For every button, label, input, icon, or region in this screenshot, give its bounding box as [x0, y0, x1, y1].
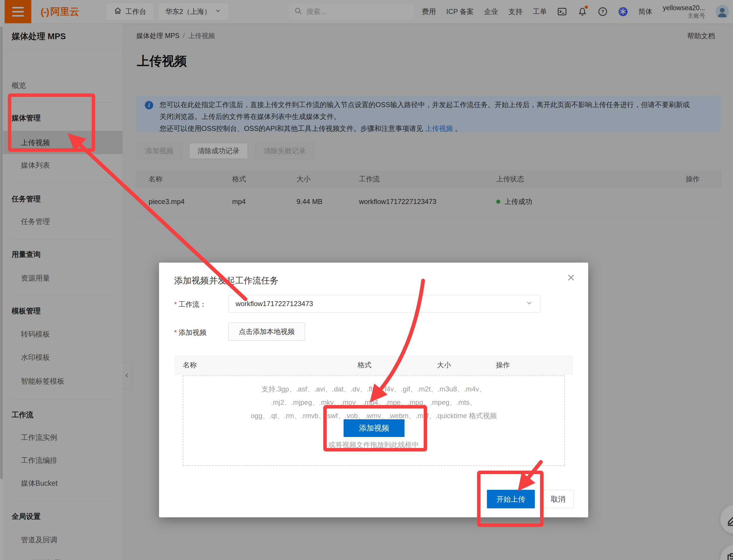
start-upload-button[interactable]: 开始上传	[487, 490, 535, 508]
add-local-video-button[interactable]: 点击添加本地视频	[228, 323, 305, 341]
chevron-down-icon	[525, 299, 533, 309]
workflow-select-value: workflow1717227123473	[236, 300, 525, 308]
formats-line2: .mj2、.mjpeg、.mkv、.mov、.mp4、.mpe、.mpg、.mp…	[183, 396, 564, 409]
col-name: 名称	[183, 360, 358, 370]
add-video-modal: 添加视频并发起工作流任务 × *工作流： workflow17172271234…	[159, 263, 588, 517]
required-mark: *	[174, 300, 177, 308]
formats-line1: 支持.3gp、.asf、.avi、.dat、.dv、.flv、.f4v、.gif…	[183, 382, 564, 396]
drag-hint: 或将视频文件拖放到此线框中	[159, 440, 588, 449]
col-size: 大小	[437, 360, 496, 370]
workflow-select[interactable]: workflow1717227123473	[228, 295, 541, 313]
modal-title: 添加视频并发起工作流任务	[174, 275, 279, 287]
col-action: 操作	[496, 360, 573, 370]
workflow-field-label: *工作流：	[174, 300, 206, 309]
modal-add-video-button[interactable]: 添加视频	[344, 419, 405, 437]
add-video-field-label: *添加视频	[174, 328, 206, 337]
modal-table-header: 名称 格式 大小 操作	[174, 355, 573, 375]
close-icon[interactable]: ×	[567, 271, 575, 284]
required-mark: *	[174, 328, 177, 336]
cancel-button[interactable]: 取消	[543, 490, 574, 508]
app-window: (-) 阿里云 工作台 华东2（上海） 费用 ICP 备案 企业 支持	[0, 0, 733, 560]
col-format: 格式	[358, 360, 437, 370]
